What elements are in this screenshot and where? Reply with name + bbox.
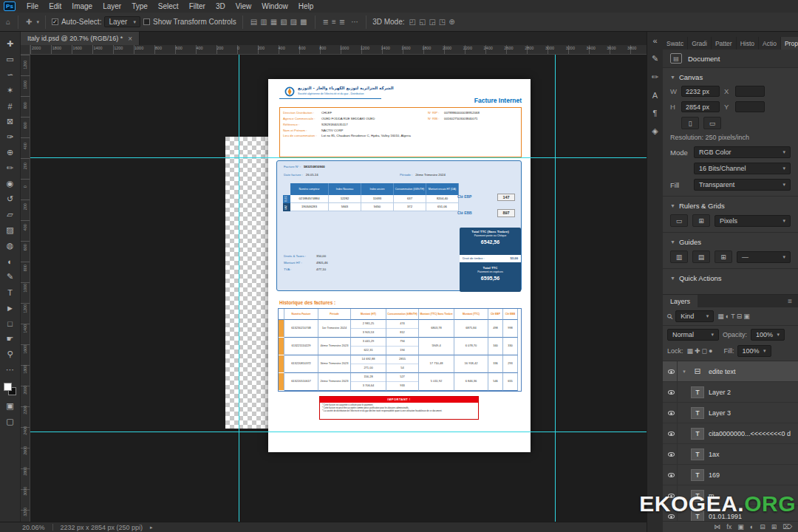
blend-mode-dropdown[interactable]: Normal ▾: [667, 329, 719, 341]
home-icon[interactable]: ⌂: [4, 18, 12, 26]
color-mode-dropdown[interactable]: RGB Color ▾: [694, 146, 791, 158]
lock-transparent-icon[interactable]: ▦: [686, 347, 695, 355]
layer-fill-dropdown[interactable]: 100% ▾: [737, 345, 771, 357]
filter-adjustment-layers-icon[interactable]: ◐: [725, 313, 730, 320]
menu-item[interactable]: 3D: [211, 0, 231, 13]
layer-name[interactable]: cita0000000...<<<<<<<<0 d: [709, 430, 791, 437]
panel-tab[interactable]: Patter: [712, 37, 737, 50]
toggle-guides-button[interactable]: ▥: [670, 250, 688, 263]
menu-item[interactable]: Image: [66, 0, 98, 13]
panel-tab[interactable]: Actio: [759, 37, 781, 50]
menu-item[interactable]: Edit: [44, 0, 66, 13]
panel-tab[interactable]: Swatc: [663, 37, 688, 50]
layer-row[interactable]: T Layer 3: [663, 403, 798, 423]
lock-position-icon[interactable]: ✚: [694, 347, 701, 355]
panel-tab[interactable]: Properties: [781, 37, 798, 50]
move-tool[interactable]: ✚: [2, 36, 18, 52]
gradient-tool[interactable]: ▨: [2, 222, 18, 238]
layer-row[interactable]: T 169: [663, 465, 798, 485]
distribute-h-icon[interactable]: ≣: [321, 18, 330, 26]
pen-tool[interactable]: ✎: [2, 269, 18, 284]
lock-all-icon[interactable]: ●: [708, 347, 713, 355]
canvas-y-field[interactable]: [735, 101, 765, 112]
menu-item[interactable]: File: [21, 0, 44, 13]
layer-row[interactable]: T 01.01.1991: [663, 506, 798, 521]
clear-guides-button[interactable]: ⊞: [715, 250, 732, 263]
auto-select-dropdown[interactable]: Layer ▾: [104, 16, 140, 27]
3d-roll-icon[interactable]: ◱: [417, 18, 427, 26]
layer-row[interactable]: ▾ ⊟ edite text: [663, 361, 798, 382]
new-layer-icon[interactable]: ⊞: [771, 523, 777, 531]
libraries-panel-icon[interactable]: ◈: [652, 126, 658, 136]
filter-type-layers-icon[interactable]: T: [730, 313, 736, 320]
layer-name[interactable]: edite text: [709, 368, 736, 375]
chevron-right-icon[interactable]: ▸: [150, 525, 153, 531]
visibility-toggle[interactable]: [666, 444, 678, 464]
canvas-height-field[interactable]: 2854 px: [681, 101, 720, 112]
3d-scale-icon[interactable]: ⊕: [447, 18, 456, 26]
healing-brush-tool[interactable]: ⊕: [2, 145, 18, 160]
vertical-ruler[interactable]: 1200100080060040020002004006008001000120…: [21, 55, 30, 522]
horizontal-guide[interactable]: [30, 157, 647, 158]
menu-item[interactable]: Filter: [184, 0, 211, 13]
layer-name[interactable]: Layer 3: [709, 409, 731, 417]
group-expand-icon[interactable]: ▾: [682, 369, 686, 375]
rulers-grids-section-header[interactable]: ▼ Rulers & Grids: [670, 202, 791, 210]
canvas-fill-dropdown[interactable]: Transparent ▾: [694, 179, 791, 191]
layer-name[interactable]: 01.01.1991: [709, 513, 742, 520]
vertical-guide[interactable]: [555, 55, 556, 522]
align-top-icon[interactable]: ▧: [279, 18, 288, 26]
hand-tool[interactable]: ☛: [2, 331, 18, 347]
brush-tool[interactable]: ✏: [2, 160, 18, 176]
guides-section-header[interactable]: ▼ Guides: [670, 238, 791, 246]
screen-mode-icon[interactable]: ▢: [2, 414, 18, 429]
show-transform-checkbox[interactable]: [143, 18, 150, 25]
units-dropdown[interactable]: Pixels ▾: [715, 215, 791, 227]
align-center-h-icon[interactable]: ▥: [259, 18, 268, 26]
panel-menu-icon[interactable]: ≡: [782, 295, 798, 307]
canvas-x-field[interactable]: [735, 86, 765, 97]
lock-guides-button[interactable]: ▤: [692, 250, 710, 263]
paragraph-panel-icon[interactable]: ¶: [653, 109, 658, 117]
visibility-toggle[interactable]: [666, 506, 678, 521]
toggle-rulers-button[interactable]: ▭: [670, 214, 688, 227]
eyedropper-tool[interactable]: ✑: [2, 129, 18, 145]
edit-toolbar-icon[interactable]: ⋯: [2, 362, 18, 378]
shape-tool[interactable]: □: [2, 316, 18, 331]
align-center-v-icon[interactable]: ▨: [289, 18, 299, 26]
align-bottom-icon[interactable]: ▩: [299, 18, 308, 26]
visibility-toggle[interactable]: [666, 465, 678, 485]
clone-stamp-tool[interactable]: ◉: [2, 176, 18, 191]
filter-kind-dropdown[interactable]: Kind ▾: [675, 310, 714, 322]
marquee-tool[interactable]: ▭: [2, 52, 18, 67]
bit-depth-dropdown[interactable]: 16 Bits/Channel ▾: [694, 163, 791, 174]
object-selection-tool[interactable]: ✶: [2, 83, 18, 98]
blur-tool[interactable]: ◍: [2, 238, 18, 253]
align-options-icon[interactable]: ⋯: [349, 18, 360, 26]
align-left-icon[interactable]: ▤: [249, 18, 259, 26]
vertical-guide[interactable]: [239, 55, 239, 522]
layer-row[interactable]: T 1ax: [663, 444, 798, 465]
type-tool[interactable]: T: [2, 284, 18, 300]
quick-actions-section-header[interactable]: ▼ Quick Actions: [670, 274, 791, 282]
paths-panel-icon[interactable]: ✎: [652, 54, 658, 64]
visibility-toggle[interactable]: [666, 403, 678, 423]
layer-row[interactable]: T m: [663, 485, 798, 506]
filter-smart-objects-icon[interactable]: ▣: [743, 313, 751, 320]
history-brush-tool[interactable]: ↺: [2, 191, 18, 207]
landscape-orientation-button[interactable]: ▭: [703, 117, 721, 129]
path-selection-tool[interactable]: ►: [2, 300, 18, 316]
delete-layer-icon[interactable]: ⌦: [782, 523, 792, 531]
layer-row[interactable]: T Layer 2: [663, 382, 798, 403]
crop-tool[interactable]: #: [2, 98, 18, 114]
menu-item[interactable]: View: [231, 0, 257, 13]
foreground-color-swatch[interactable]: [4, 383, 12, 391]
collapse-panels-icon[interactable]: «: [652, 36, 657, 45]
horizontal-guide[interactable]: [30, 432, 647, 432]
distribute-gaps-icon[interactable]: ≣: [338, 18, 347, 26]
dodge-tool[interactable]: ◐: [2, 253, 18, 269]
3d-slide-icon[interactable]: ◳: [437, 18, 447, 26]
menu-item[interactable]: Layer: [98, 0, 126, 13]
layer-mask-icon[interactable]: ▣: [737, 523, 744, 531]
canvas-section-header[interactable]: ▼ Canvas: [670, 73, 791, 81]
